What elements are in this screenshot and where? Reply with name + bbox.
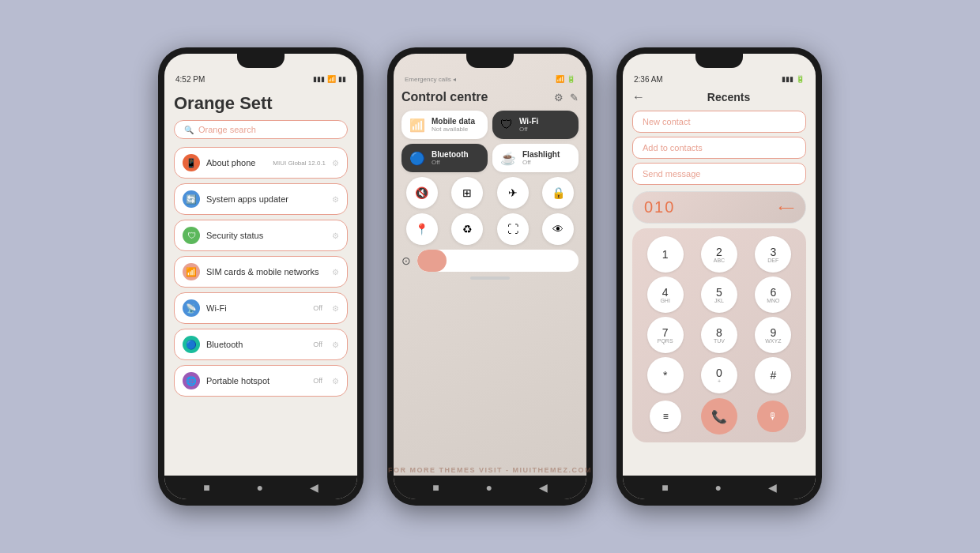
key-8[interactable]: 8TUV bbox=[701, 317, 737, 353]
nav-home-1[interactable]: ● bbox=[257, 481, 263, 494]
cc-second-tiles: 🔵 Bluetooth Off ☕ Flashlight Off bbox=[401, 144, 579, 172]
cc-btn-expand[interactable]: ⛶ bbox=[497, 213, 529, 245]
nav-square-1[interactable]: ■ bbox=[203, 481, 209, 494]
keypad-bottom-row: ≡ 📞 🎙 bbox=[640, 398, 798, 434]
brightness-track[interactable] bbox=[417, 250, 579, 272]
mic-btn[interactable]: 🎙 bbox=[757, 401, 789, 432]
hotspot-icon: 🌐 bbox=[183, 372, 200, 389]
brightness-control: ⊙ bbox=[401, 250, 579, 272]
keypad-container: 1 2ABC 3DEF 4GHI 5JKL 6MNO 7PQRS 8TUV 9W… bbox=[632, 228, 806, 442]
settings-item-hotspot[interactable]: 🌐 Portable hotspot Off ⚙ bbox=[174, 365, 348, 397]
settings-item-bluetooth[interactable]: 🔵 Bluetooth Off ⚙ bbox=[174, 329, 348, 360]
call-button[interactable]: 📞 bbox=[701, 398, 737, 434]
add-to-contacts-btn[interactable]: Add to contacts bbox=[632, 137, 806, 159]
settings-item-wifi[interactable]: 📡 Wi-Fi Off ⚙ bbox=[174, 292, 348, 324]
settings-search-bar[interactable]: 🔍 Orange search bbox=[174, 120, 348, 139]
phone-dialer: 2:36 AM ▮▮▮ 🔋 ← Recents New contact Add … bbox=[616, 47, 822, 506]
time-1: 4:52 PM bbox=[175, 75, 205, 84]
mobile-data-icon: 📶 bbox=[409, 118, 425, 133]
key-6[interactable]: 6MNO bbox=[755, 276, 791, 313]
notch-2 bbox=[466, 54, 514, 68]
search-placeholder: Orange search bbox=[198, 125, 256, 134]
cc-tile-mobile[interactable]: 📶 Mobile data Not available bbox=[401, 111, 488, 139]
key-2[interactable]: 2ABC bbox=[701, 236, 737, 273]
cc-title: Control centre bbox=[401, 90, 488, 104]
send-message-btn[interactable]: Send message bbox=[632, 163, 806, 185]
settings-item-sim[interactable]: 📶 SIM cards & mobile networks ⚙ bbox=[174, 256, 348, 288]
wifi-cc-label: Wi-Fi bbox=[519, 117, 538, 126]
settings-item-security[interactable]: 🛡 Security status ⚙ bbox=[174, 220, 348, 251]
nav-home-3[interactable]: ● bbox=[715, 481, 722, 494]
nav-square-2[interactable]: ■ bbox=[432, 481, 439, 494]
cc-edit-icon[interactable]: ✎ bbox=[570, 92, 579, 103]
cc-btn-volume[interactable]: 🔇 bbox=[406, 177, 438, 209]
nav-home-2[interactable]: ● bbox=[486, 481, 492, 494]
status-bar-1: 4:52 PM ▮▮▮ 📶 ▮▮ bbox=[164, 68, 357, 90]
volume-indicator bbox=[470, 276, 510, 280]
cc-btn-location[interactable]: 📍 bbox=[406, 213, 438, 245]
control-centre-content: Control centre ⚙ ✎ 📶 Mobile data Not ava… bbox=[394, 90, 586, 476]
dialer-content: ← Recents New contact Add to contacts Se… bbox=[623, 90, 816, 476]
wifi-cc-icon: 🛡 bbox=[500, 118, 513, 132]
dialer-header: ← Recents bbox=[632, 90, 806, 104]
cc-tile-wifi[interactable]: 🛡 Wi-Fi Off bbox=[492, 111, 579, 139]
cc-btn-direct[interactable]: ✈ bbox=[497, 177, 529, 209]
flashlight-sub: Off bbox=[522, 159, 560, 166]
key-7[interactable]: 7PQRS bbox=[647, 317, 684, 353]
voicemail-icon-btn[interactable]: ≡ bbox=[650, 401, 681, 432]
dialer-back-btn[interactable]: ← bbox=[632, 90, 645, 104]
cc-tile-flashlight[interactable]: ☕ Flashlight Off bbox=[492, 144, 579, 172]
flashlight-label: Flashlight bbox=[522, 150, 560, 159]
sim-icon: 📶 bbox=[183, 263, 200, 280]
mobile-data-label: Mobile data bbox=[432, 117, 475, 126]
cc-btn-lock[interactable]: 🔒 bbox=[542, 177, 574, 209]
cc-btn-sync[interactable]: ♻ bbox=[451, 213, 483, 245]
new-contact-btn[interactable]: New contact bbox=[632, 111, 806, 133]
watermark: FOR MORE THEMES VISIT - MIUITHEMEZ.COM bbox=[388, 466, 592, 474]
cc-btn-screen[interactable]: ⊞ bbox=[451, 177, 483, 209]
settings-content: Orange Sett 🔍 Orange search 📱 About phon… bbox=[164, 90, 357, 476]
status-bar-3: 2:36 AM ▮▮▮ 🔋 bbox=[623, 68, 816, 90]
brightness-fill bbox=[417, 250, 447, 272]
nav-back-2[interactable]: ◀ bbox=[539, 481, 548, 494]
phone-control-centre: Emergency calls ◂ 📶 🔋 Control centre ⚙ ✎… bbox=[387, 47, 593, 506]
bluetooth-label: Bluetooth bbox=[206, 340, 307, 349]
flashlight-icon: ☕ bbox=[500, 151, 516, 166]
bluetooth-cc-label: Bluetooth bbox=[432, 150, 469, 159]
key-1[interactable]: 1 bbox=[647, 236, 684, 273]
key-9[interactable]: 9WXYZ bbox=[755, 317, 791, 353]
settings-item-updater[interactable]: 🔄 System apps updater ⚙ bbox=[174, 183, 348, 215]
key-hash[interactable]: # bbox=[755, 357, 791, 393]
notch-3 bbox=[695, 54, 743, 68]
nav-square-3[interactable]: ■ bbox=[662, 481, 668, 494]
bluetooth-icon: 🔵 bbox=[183, 336, 200, 353]
cc-btn-eye[interactable]: 👁 bbox=[542, 213, 574, 245]
settings-item-about[interactable]: 📱 About phone MIUI Global 12.0.1 ⚙ bbox=[174, 147, 348, 179]
emergency-text: Emergency calls ◂ bbox=[405, 76, 456, 83]
updater-icon: 🔄 bbox=[183, 190, 200, 208]
key-4[interactable]: 4GHI bbox=[647, 276, 684, 313]
mobile-data-sub: Not available bbox=[432, 126, 475, 133]
sim-label: SIM cards & mobile networks bbox=[206, 267, 326, 276]
key-star[interactable]: * bbox=[647, 357, 684, 393]
wifi-cc-sub: Off bbox=[519, 126, 538, 133]
nav-back-1[interactable]: ◀ bbox=[310, 481, 318, 494]
key-0[interactable]: 0+ bbox=[701, 357, 737, 393]
security-icon: 🛡 bbox=[183, 227, 200, 244]
cc-icon-row-2: 📍 ♻ ⛶ 👁 bbox=[401, 213, 579, 245]
wifi-label: Wi-Fi bbox=[206, 303, 307, 313]
settings-title: Orange Sett bbox=[174, 93, 348, 114]
cc-top-tiles: 📶 Mobile data Not available 🛡 Wi-Fi Off bbox=[401, 111, 579, 139]
search-icon: 🔍 bbox=[184, 126, 194, 134]
cc-header-icons: ⚙ ✎ bbox=[554, 92, 579, 103]
bottom-nav-3: ■ ● ◀ bbox=[623, 476, 816, 499]
recents-title: Recents bbox=[651, 91, 806, 103]
time-3: 2:36 AM bbox=[634, 75, 663, 84]
key-5[interactable]: 5JKL bbox=[701, 276, 737, 313]
key-3[interactable]: 3DEF bbox=[755, 236, 791, 273]
delete-digit-btn[interactable]: ⟵ bbox=[778, 201, 794, 214]
about-icon: 📱 bbox=[183, 154, 200, 171]
nav-back-3[interactable]: ◀ bbox=[768, 481, 777, 494]
cc-tile-bluetooth[interactable]: 🔵 Bluetooth Off bbox=[401, 144, 488, 172]
cc-settings-icon[interactable]: ⚙ bbox=[554, 92, 564, 103]
